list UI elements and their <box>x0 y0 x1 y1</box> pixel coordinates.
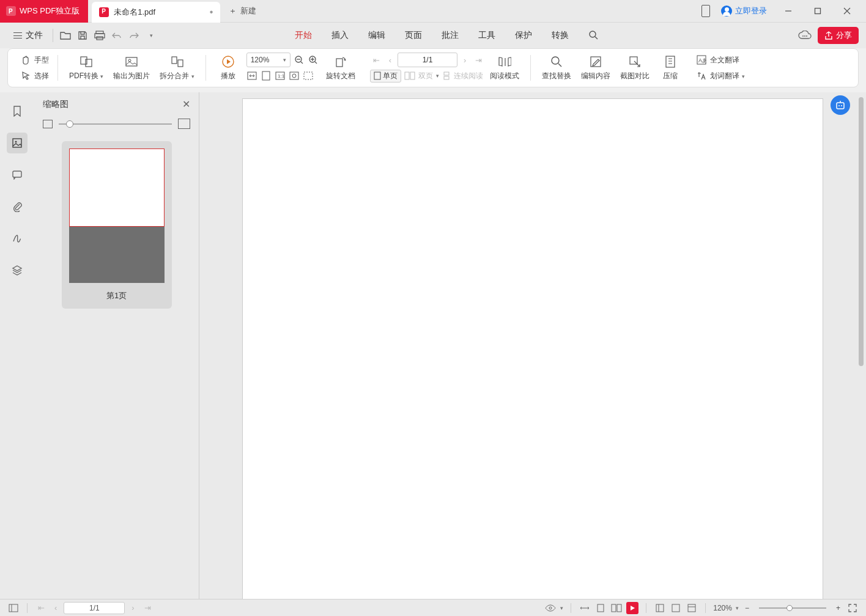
crop-compare-button[interactable]: 截图对比 <box>618 55 652 81</box>
thumbnail-tab[interactable] <box>7 133 28 153</box>
double-page-toggle[interactable]: 双页▾ <box>404 68 439 83</box>
more-dropdown[interactable]: ▾ <box>142 27 160 44</box>
sb-layout-1[interactable] <box>654 602 666 614</box>
sb-zoom-in[interactable]: + <box>834 604 843 612</box>
sb-zoom-slider[interactable] <box>759 607 826 609</box>
sb-eye-dropdown[interactable]: ▾ <box>560 605 563 611</box>
play-button[interactable]: 播放 <box>215 55 242 81</box>
fit-page-icon[interactable] <box>261 70 272 81</box>
share-button[interactable]: 分享 <box>818 27 859 44</box>
attachment-tab[interactable] <box>7 196 28 217</box>
zoom-out-button[interactable] <box>294 54 305 65</box>
sb-prev-page[interactable]: ‹ <box>51 603 60 612</box>
svg-rect-64 <box>688 604 695 612</box>
tab-search[interactable] <box>587 30 599 41</box>
zoom-in-button[interactable] <box>308 54 319 65</box>
select-tool[interactable]: 选择 <box>20 68 49 83</box>
sb-layout-3[interactable] <box>686 602 698 614</box>
next-page-button[interactable]: › <box>461 56 469 65</box>
open-button[interactable] <box>57 27 74 44</box>
tab-annotate[interactable]: 批注 <box>440 30 460 41</box>
continuous-toggle[interactable]: 连续阅读 <box>442 68 483 83</box>
ai-icon <box>835 100 846 111</box>
page-input[interactable]: 1/1 <box>398 53 457 67</box>
sb-fit-width[interactable] <box>579 602 591 614</box>
device-icon[interactable] <box>692 0 720 23</box>
print-button[interactable] <box>91 27 108 44</box>
signature-tab[interactable] <box>7 228 28 249</box>
sb-panel-toggle[interactable] <box>7 602 20 614</box>
tab-protect[interactable]: 保护 <box>514 30 533 41</box>
prev-page-button[interactable]: ‹ <box>386 56 394 65</box>
search-icon <box>550 55 563 68</box>
new-tab-button[interactable]: ＋ 新建 <box>229 6 256 16</box>
sb-single-page[interactable] <box>594 602 607 614</box>
actual-size-icon[interactable]: 1:1 <box>275 70 286 81</box>
sb-eye-icon[interactable] <box>544 602 557 614</box>
rotate-button[interactable]: 旋转文档 <box>324 55 358 81</box>
svg-point-9 <box>590 31 596 37</box>
redo-button[interactable] <box>125 27 142 44</box>
panel-close-button[interactable]: ✕ <box>182 98 190 110</box>
document-tab[interactable]: 未命名1.pdf • <box>92 2 220 23</box>
minimize-button[interactable] <box>774 0 802 23</box>
save-button[interactable] <box>74 27 91 44</box>
compress-button[interactable]: 压缩 <box>657 55 684 81</box>
marquee-zoom-icon[interactable] <box>303 70 314 81</box>
sb-layout-2[interactable] <box>670 602 682 614</box>
tab-edit[interactable]: 编辑 <box>367 30 387 41</box>
tab-page[interactable]: 页面 <box>404 30 423 41</box>
edit-content-button[interactable]: 编辑内容 <box>579 55 613 81</box>
find-replace-button[interactable]: 查找替换 <box>539 55 574 81</box>
sb-next-page[interactable]: › <box>128 603 137 612</box>
sb-slideshow[interactable] <box>626 602 638 614</box>
svg-rect-3 <box>815 9 821 14</box>
sb-double-page[interactable] <box>610 602 623 614</box>
thumbnail-card[interactable]: 第1页 <box>62 141 172 309</box>
pdf-convert-button[interactable]: PDF转换 ▾ <box>67 55 106 81</box>
fit-width-icon[interactable] <box>246 70 257 81</box>
svg-rect-35 <box>336 59 342 67</box>
split-merge-button[interactable]: 拆分合并 ▾ <box>157 55 196 81</box>
sb-zoom-dropdown[interactable]: ▾ <box>736 605 739 611</box>
hand-tool[interactable]: 手型 <box>20 53 49 67</box>
login-button[interactable]: 立即登录 <box>721 6 767 16</box>
svg-rect-18 <box>172 57 177 64</box>
bookmark-tab[interactable] <box>7 101 28 122</box>
sb-fullscreen[interactable] <box>846 602 859 614</box>
comment-tab[interactable] <box>7 164 28 185</box>
tab-start[interactable]: 开始 <box>294 30 313 41</box>
zoom-input[interactable]: 120%▾ <box>246 53 291 67</box>
file-menu[interactable]: 文件 <box>7 30 49 41</box>
svg-point-11 <box>804 35 805 37</box>
tab-convert[interactable]: 转换 <box>550 30 570 41</box>
thumbnail-page-1[interactable] <box>69 148 165 283</box>
ai-fab-button[interactable] <box>831 95 850 115</box>
sb-zoom-out[interactable]: − <box>742 604 752 612</box>
sel-translate-button[interactable]: 划词翻译 ▾ <box>696 68 744 83</box>
canvas[interactable] <box>199 92 866 599</box>
thumbnail-zoom-slider[interactable] <box>59 123 172 125</box>
sb-last-page[interactable]: ⇥ <box>141 603 154 612</box>
scrollbar[interactable] <box>859 97 865 594</box>
fit-visible-icon[interactable] <box>289 70 300 81</box>
sb-page-input[interactable]: 1/1 <box>64 602 125 614</box>
reading-mode-button[interactable]: 阅读模式 <box>487 55 522 81</box>
single-page-toggle[interactable]: 单页 <box>370 70 401 82</box>
svg-rect-19 <box>178 60 183 67</box>
svg-point-33 <box>292 74 296 78</box>
full-translate-button[interactable]: Aあ全文翻译 <box>696 53 739 67</box>
export-image-button[interactable]: 输出为图片 <box>111 55 152 81</box>
first-page-button[interactable]: ⇤ <box>370 56 383 65</box>
close-button[interactable] <box>833 0 861 23</box>
pdf-page[interactable] <box>242 98 823 599</box>
last-page-button[interactable]: ⇥ <box>472 56 485 65</box>
layers-tab[interactable] <box>7 260 28 280</box>
maximize-button[interactable] <box>804 0 832 23</box>
cloud-icon[interactable] <box>798 31 812 40</box>
tab-insert[interactable]: 插入 <box>330 30 350 41</box>
sb-first-page[interactable]: ⇤ <box>35 603 48 612</box>
undo-button[interactable] <box>108 27 125 44</box>
app-tab[interactable]: P WPS PDF独立版 <box>0 0 88 23</box>
tab-tools[interactable]: 工具 <box>477 30 497 41</box>
